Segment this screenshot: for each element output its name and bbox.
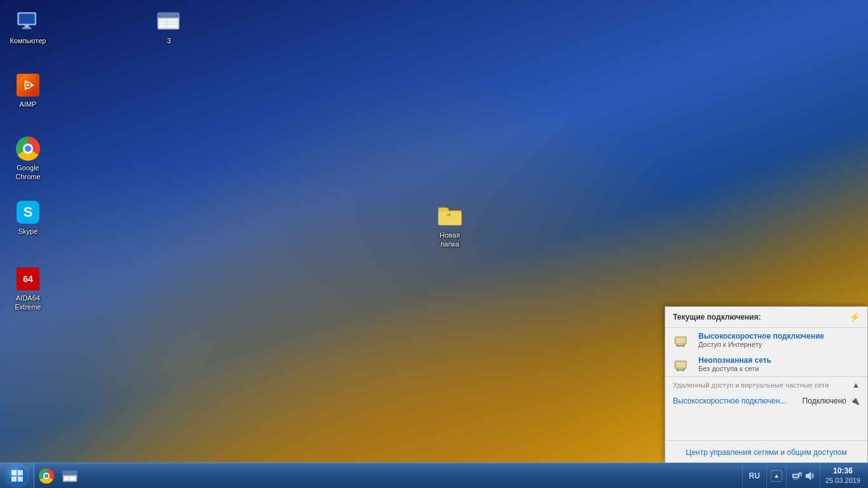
vpn-status-text: Подключено — [803, 396, 846, 405]
tray-show-hidden: ▲ — [766, 463, 786, 489]
unrecognized-status: Без доступа к сети — [698, 365, 860, 372]
network-item-broadband[interactable]: Высокоскоростное подключение Доступ к Ин… — [665, 328, 867, 352]
unrecognized-info: Неопознанная сеть Без доступа к сети — [698, 356, 860, 372]
popup-header: Текущие подключения: ⚡ — [665, 307, 867, 328]
taskbar-item-explorer[interactable] — [58, 463, 83, 489]
explorer3-icon — [156, 9, 182, 34]
chrome-icon-label: Google Chrome — [8, 163, 48, 182]
taskbar-item-chrome[interactable] — [34, 463, 58, 489]
aimp-icon-label: AIMP — [20, 100, 37, 109]
svg-rect-6 — [159, 19, 178, 28]
desktop-icon-explorer3[interactable]: 3 — [146, 6, 192, 48]
svg-rect-1 — [19, 13, 35, 24]
desktop-icon-computer[interactable]: Компьютер — [5, 6, 51, 48]
broadband-status: Доступ к Интернету — [698, 341, 860, 348]
vpn-plug-icon: 🔌 — [850, 396, 860, 405]
clock-area[interactable]: 10:36 25.03.2019 — [820, 463, 865, 489]
clock-time: 10:36 — [833, 466, 853, 477]
system-tray: RU ▲ — [740, 463, 868, 489]
svg-point-13 — [27, 84, 29, 86]
show-hidden-button[interactable]: ▲ — [771, 470, 782, 482]
svg-rect-25 — [676, 362, 685, 367]
network-item-unrecognized[interactable]: Неопознанная сеть Без доступа к сети — [665, 352, 867, 376]
computer-icon-label: Компьютер — [10, 36, 46, 45]
popup-header-title: Текущие подключения: — [673, 313, 761, 322]
broadband-icon — [673, 332, 693, 348]
chrome-icon — [15, 136, 41, 161]
tray-language-section: RU — [742, 463, 766, 489]
svg-marker-42 — [806, 471, 811, 480]
svg-rect-33 — [63, 471, 77, 475]
svg-rect-17 — [676, 338, 685, 343]
tray-network-section — [786, 463, 820, 489]
svg-rect-5 — [158, 13, 179, 18]
vpn-detail-name-link[interactable]: Высокоскоростное подключен... — [673, 396, 786, 405]
skype-icon: S — [15, 200, 41, 225]
vpn-detail-status: Подключено 🔌 — [803, 396, 860, 405]
taskbar-chrome-icon — [38, 468, 55, 484]
explorer3-icon-label: 3 — [167, 36, 171, 45]
desktop-icon-new-folder[interactable]: Новая папка — [427, 201, 473, 252]
new-folder-icon-label: Новая папка — [430, 231, 470, 249]
desktop-icon-aida64[interactable]: 64 AIDA64 Extreme — [5, 264, 51, 315]
aimp-icon — [15, 72, 41, 98]
svg-rect-37 — [794, 475, 798, 477]
svg-rect-14 — [447, 214, 449, 215]
folder-icon — [437, 203, 463, 229]
broadband-name: Высокоскоростное подключение — [698, 332, 860, 341]
vpn-detail-row: Высокоскоростное подключен... Подключено… — [665, 393, 867, 409]
unrecognized-icon — [673, 356, 693, 372]
vpn-chevron-icon: ▲ — [852, 381, 860, 390]
vpn-section-title: Удаленный доступ и виртуальные частные с… — [673, 381, 829, 389]
taskbar-explorer-icon — [62, 468, 79, 484]
aida64-icon-label: AIDA64 Extreme — [8, 294, 48, 312]
network-popup: Текущие подключения: ⚡ Высокоскоростное … — [665, 306, 868, 463]
svg-rect-15 — [449, 213, 451, 217]
start-button[interactable] — [0, 463, 34, 489]
desktop-icon-skype[interactable]: S Skype — [5, 197, 51, 238]
popup-footer: Центр управления сетями и общим доступом — [665, 440, 867, 463]
popup-spacer — [665, 409, 867, 440]
unrecognized-name: Неопознанная сеть — [698, 356, 860, 365]
language-indicator[interactable]: RU — [747, 471, 763, 480]
svg-rect-3 — [22, 27, 31, 29]
vpn-section-header[interactable]: Удаленный доступ и виртуальные частные с… — [665, 376, 867, 393]
lightning-icon: ⚡ — [849, 312, 860, 322]
broadband-info: Высокоскоростное подключение Доступ к Ин… — [698, 332, 860, 348]
computer-icon — [15, 9, 41, 34]
aida64-icon: 64 — [15, 266, 41, 292]
network-center-link[interactable]: Центр управления сетями и общим доступом — [686, 448, 847, 457]
desktop-icon-aimp[interactable]: AIMP — [5, 70, 51, 111]
skype-icon-label: Skype — [18, 227, 38, 236]
network-tray-icon[interactable] — [792, 471, 802, 481]
volume-tray-icon[interactable] — [804, 471, 815, 481]
desktop: Компьютер 3 — [0, 0, 868, 488]
svg-rect-34 — [64, 477, 76, 480]
taskbar: RU ▲ — [0, 463, 868, 488]
svg-rect-2 — [25, 25, 29, 27]
desktop-icon-chrome[interactable]: Google Chrome — [5, 133, 51, 184]
clock-date: 25.03.2019 — [825, 477, 860, 485]
start-orb-icon — [8, 466, 27, 485]
